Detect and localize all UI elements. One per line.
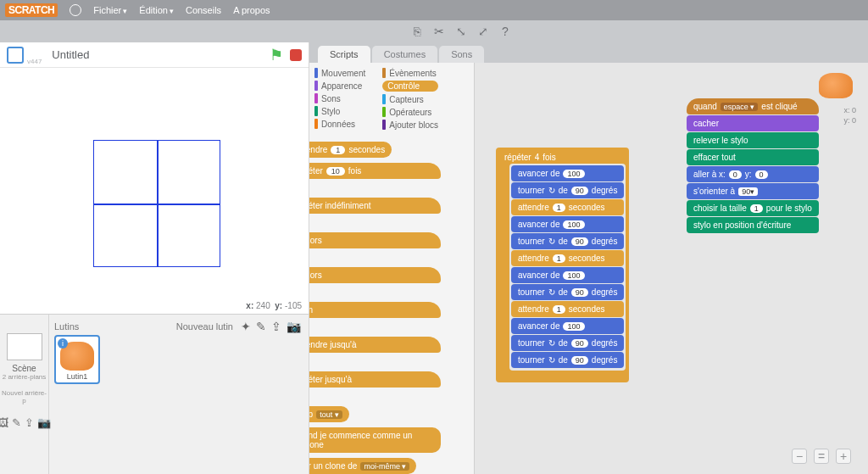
toolbar: ⎘ ✂ ⤡ ⤢ ? <box>0 20 868 42</box>
category-stylo[interactable]: Stylo <box>314 106 365 116</box>
palette-block[interactable]: alors <box>309 267 441 283</box>
tab-sounds[interactable]: Sons <box>439 46 484 63</box>
camera-sprite-icon[interactable]: 📷 <box>287 320 301 333</box>
zoom-reset-icon[interactable]: = <box>814 449 829 464</box>
script-stack-repeat[interactable]: répéter 4 fois avancer de100tournerde90d… <box>496 148 629 382</box>
category-sons[interactable]: Sons <box>314 93 365 103</box>
sprite-xy: x: 0y: 0 <box>843 105 856 125</box>
menu-tips[interactable]: Conseils <box>186 5 221 15</box>
cut-icon[interactable]: ✂ <box>432 25 446 38</box>
sprite-info-icon[interactable]: i <box>58 338 68 349</box>
sprites-header: Lutins <box>54 321 176 332</box>
upload-sprite-icon[interactable]: ⇪ <box>271 320 281 333</box>
script-block[interactable]: tournerde90degrés <box>511 352 624 368</box>
palette-block[interactable]: on <box>309 302 441 318</box>
palette-block[interactable]: tendre jusqu'à <box>309 337 441 353</box>
sprite-preview <box>819 73 856 103</box>
stage-coords: x: 240 y: -105 <box>246 301 302 310</box>
menu-edit[interactable]: Édition <box>139 5 174 15</box>
menu-file[interactable]: Fichier <box>93 5 127 15</box>
categories: MouvementApparenceSonsStyloDonnées Évène… <box>309 68 474 137</box>
scene-sub: 2 arrière-plans <box>0 373 48 381</box>
stage-drawing <box>93 140 220 267</box>
editor-body: MouvementApparenceSonsStyloDonnées Évène… <box>309 63 868 474</box>
sprites-list: Lutins Nouveau lutin ✦ ✎ ⇪ 📷 i Lutin1 <box>49 315 309 474</box>
grow-icon[interactable]: ⤡ <box>454 25 468 38</box>
script-block[interactable]: attendre1secondes <box>511 199 624 215</box>
tab-scripts[interactable]: Scripts <box>318 46 370 63</box>
right-column: Scripts Costumes Sons MouvementApparence… <box>309 42 868 474</box>
script-stack-setup[interactable]: quandespace ▾est cliquécacherrelever le … <box>687 98 819 234</box>
script-block[interactable]: avancer de100 <box>511 267 624 283</box>
script-block[interactable]: stylo en position d'écriture <box>687 217 819 233</box>
script-block[interactable]: avancer de100 <box>511 216 624 232</box>
category-ajouter blocs[interactable]: Ajouter blocs <box>382 120 438 130</box>
script-block[interactable]: tournerde90degrés <box>511 335 624 351</box>
version-label: v447 <box>27 58 42 65</box>
new-backdrop-label: Nouvel arrière-p <box>0 389 48 404</box>
palette-block[interactable]: optout ▾ <box>309 406 349 422</box>
script-block[interactable]: quandespace ▾est cliqué <box>687 98 819 114</box>
category-mouvement[interactable]: Mouvement <box>314 68 365 78</box>
script-block[interactable]: effacer tout <box>687 149 819 165</box>
script-canvas[interactable]: x: 0y: 0 répéter 4 fois avancer de100tou… <box>475 63 868 474</box>
zoom-controls: − = + <box>792 449 851 464</box>
script-block[interactable]: avancer de100 <box>511 318 624 334</box>
block-palette: MouvementApparenceSonsStyloDonnées Évène… <box>309 63 475 474</box>
script-block[interactable]: tournerde90degrés <box>511 233 624 249</box>
green-flag-icon[interactable]: ⚑ <box>270 46 283 64</box>
globe-icon[interactable] <box>70 4 81 16</box>
zoom-out-icon[interactable]: − <box>792 449 807 464</box>
shrink-icon[interactable]: ⤢ <box>476 25 490 38</box>
fullscreen-icon[interactable] <box>7 47 24 64</box>
tabs: Scripts Costumes Sons <box>309 42 868 63</box>
scene-column[interactable]: Scène 2 arrière-plans Nouvel arrière-p 🖼… <box>0 315 49 474</box>
new-sprite-label: Nouveau lutin <box>176 321 233 332</box>
script-block[interactable]: attendre1secondes <box>511 301 624 317</box>
palette-block[interactable]: péter10fois <box>309 163 441 179</box>
palette-block[interactable]: and je commence comme un clone <box>309 427 441 453</box>
choose-sprite-icon[interactable]: ✦ <box>241 320 251 333</box>
palette-blocks: tendre1secondespéter10foispéter indéfini… <box>309 137 474 474</box>
main-area: v447 Untitled ⚑ x: 240 y: -105 Scène 2 a… <box>0 42 868 474</box>
tab-costumes[interactable]: Costumes <box>372 46 438 63</box>
script-block[interactable]: tournerde90degrés <box>511 182 624 198</box>
script-block[interactable]: cacher <box>687 115 819 131</box>
stop-icon[interactable] <box>290 49 302 61</box>
help-icon[interactable]: ? <box>498 25 512 38</box>
category-capteurs[interactable]: Capteurs <box>382 94 438 104</box>
category-contrôle[interactable]: Contrôle <box>382 81 438 92</box>
sprite-item[interactable]: i Lutin1 <box>54 335 100 384</box>
category-évènements[interactable]: Évènements <box>382 68 438 78</box>
paint-sprite-icon[interactable]: ✎ <box>256 320 266 333</box>
palette-block[interactable]: er un clone demoi-même ▾ <box>309 458 416 474</box>
category-apparence[interactable]: Apparence <box>314 81 365 91</box>
script-block[interactable]: relever le stylo <box>687 132 819 148</box>
paint-backdrop-icon[interactable]: 🖼 <box>0 416 8 429</box>
zoom-in-icon[interactable]: + <box>836 449 851 464</box>
palette-block[interactable]: tendre1secondes <box>309 142 392 158</box>
project-title[interactable]: Untitled <box>52 48 263 61</box>
sprite-name: Lutin1 <box>58 372 97 381</box>
palette-block[interactable]: alors <box>309 232 441 248</box>
palette-block[interactable]: péter jusqu'à <box>309 371 441 388</box>
script-block[interactable]: s'orienter à90▾ <box>687 183 819 199</box>
category-données[interactable]: Données <box>314 119 365 129</box>
script-block[interactable]: attendre1secondes <box>511 250 624 266</box>
menubar: SCRATCH Fichier Édition Conseils A propo… <box>0 0 868 20</box>
sprite-panel: Scène 2 arrière-plans Nouvel arrière-p 🖼… <box>0 314 309 474</box>
category-opérateurs[interactable]: Opérateurs <box>382 107 438 117</box>
script-block[interactable]: avancer de100 <box>511 165 624 181</box>
scene-thumbnail[interactable] <box>7 333 42 360</box>
scene-label: Scène <box>0 364 48 373</box>
upload-backdrop-icon[interactable]: ⇪ <box>25 416 34 429</box>
script-block[interactable]: aller à x:0y:0 <box>687 166 819 182</box>
brush-backdrop-icon[interactable]: ✎ <box>12 416 21 429</box>
script-block[interactable]: choisir la taille1pour le stylo <box>687 200 819 216</box>
menu-about[interactable]: A propos <box>233 5 270 15</box>
stamp-icon[interactable]: ⎘ <box>410 25 424 38</box>
left-column: v447 Untitled ⚑ x: 240 y: -105 Scène 2 a… <box>0 42 309 474</box>
script-block[interactable]: tournerde90degrés <box>511 284 624 300</box>
palette-block[interactable]: péter indéfiniment <box>309 198 441 214</box>
stage[interactable]: x: 240 y: -105 <box>0 68 309 314</box>
